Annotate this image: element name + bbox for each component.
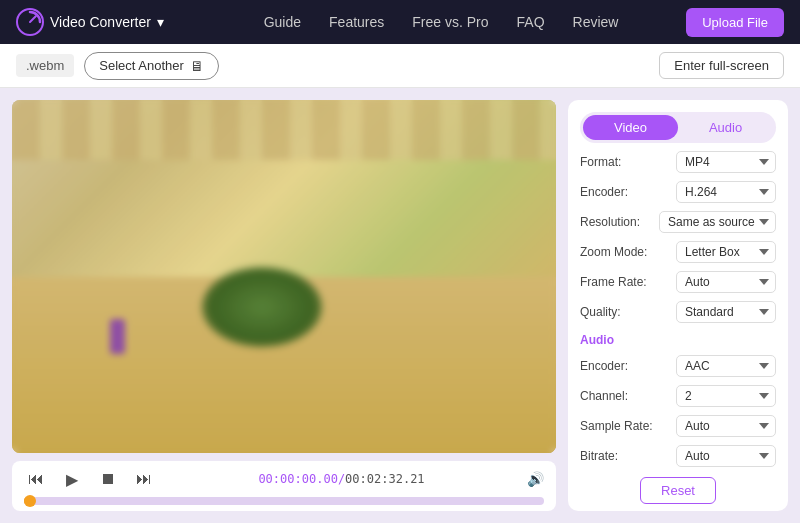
monitor-icon: 🖥 (190, 58, 204, 74)
quality-field: Quality: Standard High Low (580, 301, 776, 323)
zoom-mode-field: Zoom Mode: Letter Box Pan & Scan Full (580, 241, 776, 263)
main-nav: Guide Features Free vs. Pro FAQ Review (196, 14, 686, 30)
audio-section-label: Audio (580, 333, 776, 347)
resolution-label: Resolution: (580, 215, 640, 229)
progress-handle[interactable] (24, 495, 36, 507)
playback-buttons: ⏮ ▶ ⏹ ⏭ (24, 467, 156, 491)
audio-encoder-field: Encoder: AAC MP3 AC3 (580, 355, 776, 377)
time-separator: / (338, 472, 345, 486)
channel-label: Channel: (580, 389, 628, 403)
time-total: 00:02:32.21 (345, 472, 424, 486)
sample-rate-select[interactable]: Auto 44100 48000 (676, 415, 776, 437)
channel-select[interactable]: 2 1 6 (676, 385, 776, 407)
nav-free-vs-pro[interactable]: Free vs. Pro (412, 14, 488, 30)
file-name-label: .webm (16, 54, 74, 77)
encoder-select[interactable]: H.264 H.265 VP9 (676, 181, 776, 203)
format-select[interactable]: MP4 MKV AVI MOV (676, 151, 776, 173)
bitrate-field: Bitrate: Auto 128k 192k 320k (580, 445, 776, 467)
controls-row: ⏮ ▶ ⏹ ⏭ 00:00:00.00 / 00:02:32.21 🔊 (24, 467, 544, 491)
frame-rate-label: Frame Rate: (580, 275, 647, 289)
volume-button[interactable]: 🔊 (527, 471, 544, 487)
logo-text: Video Converter (50, 14, 151, 30)
zoom-mode-label: Zoom Mode: (580, 245, 647, 259)
rewind-button[interactable]: ⏮ (24, 467, 48, 491)
audio-encoder-select[interactable]: AAC MP3 AC3 (676, 355, 776, 377)
encoder-field: Encoder: H.264 H.265 VP9 (580, 181, 776, 203)
controls-bar: ⏮ ▶ ⏹ ⏭ 00:00:00.00 / 00:02:32.21 🔊 (12, 461, 556, 511)
stop-button[interactable]: ⏹ (96, 467, 120, 491)
logo-dropdown-icon[interactable]: ▾ (157, 14, 164, 30)
quality-select[interactable]: Standard High Low (676, 301, 776, 323)
time-current: 00:00:00.00 (258, 472, 337, 486)
quality-label: Quality: (580, 305, 621, 319)
toolbar: .webm Select Another 🖥 Enter full-screen (0, 44, 800, 88)
frame-rate-select[interactable]: Auto 24 30 60 (676, 271, 776, 293)
video-frame (12, 100, 556, 453)
fullscreen-button[interactable]: Enter full-screen (659, 52, 784, 79)
nav-guide[interactable]: Guide (264, 14, 301, 30)
nav-review[interactable]: Review (573, 14, 619, 30)
channel-field: Channel: 2 1 6 (580, 385, 776, 407)
play-button[interactable]: ▶ (60, 467, 84, 491)
logo-icon (16, 8, 44, 36)
sample-rate-label: Sample Rate: (580, 419, 653, 433)
forward-button[interactable]: ⏭ (132, 467, 156, 491)
zoom-mode-select[interactable]: Letter Box Pan & Scan Full (676, 241, 776, 263)
header: Video Converter ▾ Guide Features Free vs… (0, 0, 800, 44)
time-display: 00:00:00.00 / 00:02:32.21 (258, 472, 424, 486)
logo[interactable]: Video Converter ▾ (16, 8, 164, 36)
progress-bar[interactable] (24, 497, 544, 505)
bitrate-label: Bitrate: (580, 449, 618, 463)
select-another-label: Select Another (99, 58, 184, 73)
format-label: Format: (580, 155, 621, 169)
audio-encoder-label: Encoder: (580, 359, 628, 373)
toolbar-left: .webm Select Another 🖥 (16, 52, 219, 80)
tab-audio[interactable]: Audio (678, 115, 773, 140)
settings-panel: Video Audio Format: MP4 MKV AVI MOV Enco… (568, 100, 788, 511)
blur-overlay (12, 100, 556, 453)
frame-rate-field: Frame Rate: Auto 24 30 60 (580, 271, 776, 293)
video-preview (12, 100, 556, 453)
tab-video[interactable]: Video (583, 115, 678, 140)
encoder-label: Encoder: (580, 185, 628, 199)
nav-features[interactable]: Features (329, 14, 384, 30)
main-content: ⏮ ▶ ⏹ ⏭ 00:00:00.00 / 00:02:32.21 🔊 (0, 88, 800, 523)
resolution-select[interactable]: Same as source 1920x1080 1280x720 854x48… (659, 211, 776, 233)
bitrate-select[interactable]: Auto 128k 192k 320k (676, 445, 776, 467)
select-another-button[interactable]: Select Another 🖥 (84, 52, 219, 80)
nav-faq[interactable]: FAQ (517, 14, 545, 30)
format-field: Format: MP4 MKV AVI MOV (580, 151, 776, 173)
resolution-field: Resolution: Same as source 1920x1080 128… (580, 211, 776, 233)
video-panel: ⏮ ▶ ⏹ ⏭ 00:00:00.00 / 00:02:32.21 🔊 (0, 88, 568, 523)
reset-button[interactable]: Reset (640, 477, 716, 504)
tab-row: Video Audio (580, 112, 776, 143)
sample-rate-field: Sample Rate: Auto 44100 48000 (580, 415, 776, 437)
upload-file-button[interactable]: Upload File (686, 8, 784, 37)
progress-filled (24, 497, 32, 505)
